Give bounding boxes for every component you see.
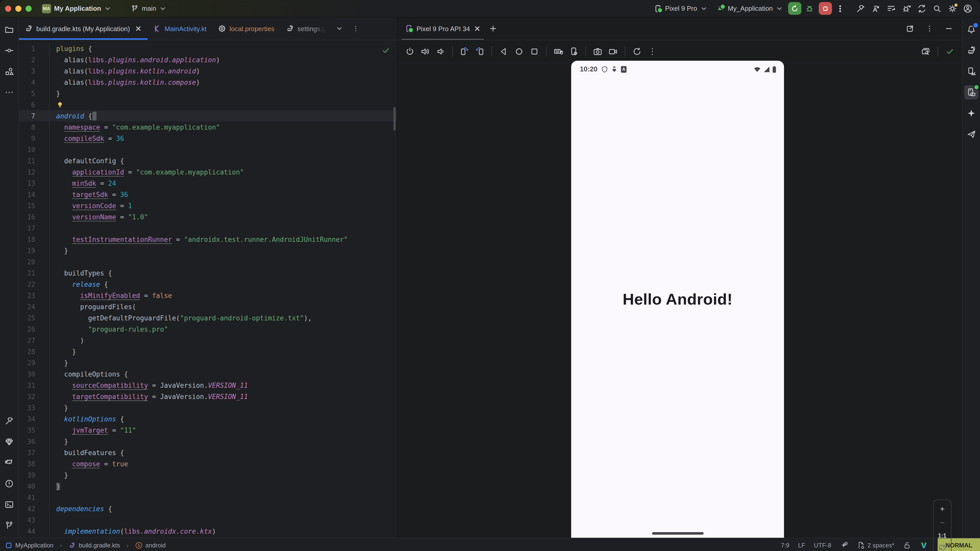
code-line[interactable]: 25 getDefaultProguardFile("proguard-andr…	[19, 312, 397, 324]
run-config-selector[interactable]: My_Application	[713, 3, 787, 14]
breadcrumb-item[interactable]: build.gradle.kts	[79, 541, 120, 549]
stop-button[interactable]	[819, 2, 832, 15]
file-encoding[interactable]: UTF-8	[814, 541, 831, 549]
code-line[interactable]: 32 targetCompatibility = JavaVersion.VER…	[19, 391, 397, 402]
code-line[interactable]: 18 testInstrumentationRunner = "androidx…	[19, 233, 397, 245]
editor-options-button[interactable]	[349, 21, 363, 36]
code-line[interactable]: 13 minSdk = 24	[19, 178, 397, 189]
zoom-to-region-button[interactable]	[919, 44, 933, 59]
code-line[interactable]: 35 jvmTarget = "11"	[19, 424, 397, 436]
logcat-button[interactable]	[2, 456, 16, 470]
terminal-button[interactable]	[2, 497, 16, 512]
more-tool-windows-button[interactable]	[2, 85, 16, 100]
code-line[interactable]: 16 versionName = "1.0"	[19, 211, 397, 222]
code-line[interactable]: 3 alias(libs.plugins.kotlin.android)	[19, 65, 397, 76]
gradle-tool-button[interactable]	[964, 43, 978, 58]
more-run-actions-button[interactable]	[833, 1, 847, 16]
gesture-navigation-pill[interactable]	[652, 532, 703, 535]
code-line[interactable]: 5}	[19, 88, 397, 99]
sync-project-button[interactable]	[915, 1, 929, 16]
profile-button[interactable]	[961, 1, 975, 16]
rerun-button[interactable]	[788, 2, 801, 15]
code-line[interactable]: 31 sourceCompatibility = JavaVersion.VER…	[19, 380, 397, 391]
code-line[interactable]: 23 isMinifyEnabled = false	[19, 290, 397, 301]
volume-down-button[interactable]	[433, 44, 448, 59]
search-everywhere-button[interactable]	[930, 1, 944, 16]
code-line[interactable]: 24 proguardFiles(	[19, 301, 397, 312]
running-devices-button[interactable]	[964, 85, 978, 100]
code-line[interactable]: 19 }	[19, 245, 397, 256]
app-quality-insights-button[interactable]	[2, 435, 16, 449]
device-screen[interactable]: 10:20 A Hello Android!	[571, 61, 784, 538]
code-line[interactable]: 37 buildFeatures {	[19, 447, 397, 458]
code-line[interactable]: 39 }	[19, 469, 397, 481]
settings-button[interactable]	[945, 1, 959, 16]
tab-mainactivity[interactable]: MainActivity.kt	[147, 17, 212, 40]
screen-record-button[interactable]	[606, 44, 620, 59]
snapshot-reset-button[interactable]	[630, 44, 644, 59]
unlock-icon[interactable]	[903, 541, 912, 549]
tab-pixel-9-pro[interactable]: Pixel 9 Pro API 34	[400, 17, 486, 40]
code-line[interactable]: 9 compileSdk = 36	[19, 133, 397, 144]
device-selector[interactable]: Pixel 9 Pro	[650, 3, 711, 14]
version-control-button[interactable]	[2, 518, 16, 533]
screenshot-button[interactable]	[590, 44, 605, 59]
code-line[interactable]: 34 kotlinOptions {	[19, 413, 397, 424]
gemini-button[interactable]	[964, 106, 978, 121]
code-line[interactable]: 7android {	[19, 110, 397, 121]
hidden-tabs-button[interactable]	[332, 21, 347, 36]
indent-widget[interactable]: 2 spaces*	[857, 541, 894, 549]
code-line[interactable]: 40}	[19, 481, 397, 492]
code-line[interactable]: 42dependencies {	[19, 503, 397, 514]
project-selector[interactable]: MA My Application	[39, 2, 115, 14]
hide-panel-button[interactable]	[942, 21, 956, 36]
power-button[interactable]	[403, 44, 417, 59]
build-tool-button[interactable]	[2, 414, 16, 428]
code-line[interactable]: 38 compose = true	[19, 458, 397, 469]
zoom-window-button[interactable]	[25, 5, 32, 11]
code-line[interactable]: 10	[19, 144, 397, 155]
code-line[interactable]: 20	[19, 256, 397, 267]
code-line[interactable]: 33 }	[19, 402, 397, 413]
hardware-input-button[interactable]	[551, 44, 566, 59]
ideavim-icon[interactable]	[920, 541, 928, 549]
code-line[interactable]: 29 }	[19, 357, 397, 368]
code-line[interactable]: 41	[19, 492, 397, 503]
line-separator[interactable]: LF	[798, 541, 805, 549]
volume-up-button[interactable]	[418, 44, 432, 59]
code-line[interactable]: 43	[19, 514, 397, 526]
profiler-button[interactable]	[884, 1, 898, 16]
home-button[interactable]	[512, 44, 526, 59]
problems-button[interactable]	[2, 476, 16, 491]
commit-tool-button[interactable]	[2, 43, 16, 58]
debug-button[interactable]	[802, 1, 817, 16]
code-line[interactable]: 26 "proguard-rules.pro"	[19, 324, 397, 335]
rotate-right-button[interactable]	[473, 44, 487, 59]
overview-button[interactable]	[527, 44, 542, 59]
tab-local-properties[interactable]: local.properties	[212, 17, 280, 40]
close-icon[interactable]	[474, 25, 481, 32]
apply-changes-button[interactable]	[869, 1, 883, 16]
editor-scrollbar[interactable]	[393, 107, 396, 130]
code-line[interactable]: 1plugins {	[19, 43, 397, 54]
breadcrumb-item[interactable]: MyApplication	[15, 541, 53, 549]
device-manager-button[interactable]	[964, 64, 978, 79]
inspections-widget[interactable]	[382, 46, 390, 56]
branch-selector[interactable]: main	[127, 3, 169, 14]
open-in-new-window-button[interactable]	[903, 21, 917, 36]
zoom-1to1-button[interactable]: 1:1	[938, 532, 946, 538]
code-line[interactable]: 27 )	[19, 335, 397, 346]
device-settings-button[interactable]	[566, 44, 581, 59]
attach-debugger-button[interactable]	[899, 1, 914, 16]
zoom-out-button[interactable]: −	[940, 519, 945, 528]
code-line[interactable]: 22 release {	[19, 279, 397, 290]
code-line[interactable]: 8 namespace = "com.example.myapplication…	[19, 121, 397, 133]
code-line[interactable]: 15 versionCode = 1	[19, 200, 397, 211]
breadcrumb-item[interactable]: android	[145, 541, 166, 549]
rotate-left-button[interactable]	[457, 44, 472, 59]
minimize-window-button[interactable]	[15, 5, 21, 11]
intention-bulb-icon[interactable]	[56, 101, 64, 108]
fit-to-window-button[interactable]	[938, 543, 946, 551]
panel-options-button[interactable]	[922, 21, 937, 36]
code-line[interactable]: 28 }	[19, 346, 397, 357]
